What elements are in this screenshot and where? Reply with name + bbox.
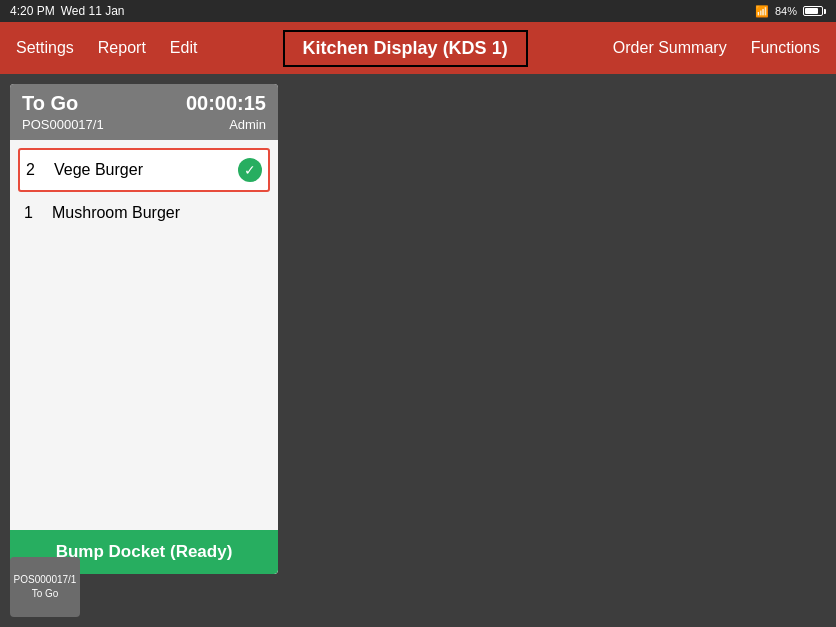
order-card-header: To Go POS000017/1 00:00:15 Admin <box>10 84 278 140</box>
nav-report[interactable]: Report <box>98 39 146 57</box>
nav-menu-right: Order Summary Functions <box>613 39 820 57</box>
kds-title: Kitchen Display (KDS 1) <box>283 30 528 67</box>
main-content: To Go POS000017/1 00:00:15 Admin 2 Vege … <box>0 74 836 627</box>
nav-order-summary[interactable]: Order Summary <box>613 39 727 57</box>
thumbnail-pos-id: POS000017/1 <box>14 573 77 587</box>
nav-edit[interactable]: Edit <box>170 39 198 57</box>
nav-center: Kitchen Display (KDS 1) <box>197 30 612 67</box>
nav-menu-left: Settings Report Edit <box>16 39 197 57</box>
thumbnail-type: To Go <box>32 587 59 601</box>
order-user: Admin <box>186 117 266 132</box>
order-timer: 00:00:15 <box>186 92 266 115</box>
item-name-1: Vege Burger <box>54 161 238 179</box>
battery-percentage: 84% <box>775 5 797 17</box>
nav-bar: Settings Report Edit Kitchen Display (KD… <box>0 22 836 74</box>
item-qty-2: 1 <box>24 204 40 222</box>
item-check-icon-1: ✓ <box>238 158 262 182</box>
status-date: Wed 11 Jan <box>61 4 125 18</box>
status-time: 4:20 PM <box>10 4 55 18</box>
status-bar: 4:20 PM Wed 11 Jan 📶 84% <box>0 0 836 22</box>
order-item-2[interactable]: 1 Mushroom Burger <box>18 196 270 230</box>
nav-functions[interactable]: Functions <box>751 39 820 57</box>
item-qty-1: 2 <box>26 161 42 179</box>
wifi-icon: 📶 <box>755 5 769 18</box>
order-thumbnail[interactable]: POS000017/1 To Go <box>10 557 80 617</box>
item-name-2: Mushroom Burger <box>52 204 264 222</box>
nav-settings[interactable]: Settings <box>16 39 74 57</box>
battery-icon <box>803 6 826 16</box>
order-pos: POS000017/1 <box>22 117 104 132</box>
order-item-1[interactable]: 2 Vege Burger ✓ <box>18 148 270 192</box>
order-type: To Go <box>22 92 104 115</box>
order-card: To Go POS000017/1 00:00:15 Admin 2 Vege … <box>10 84 278 574</box>
order-items-list: 2 Vege Burger ✓ 1 Mushroom Burger <box>10 140 278 530</box>
